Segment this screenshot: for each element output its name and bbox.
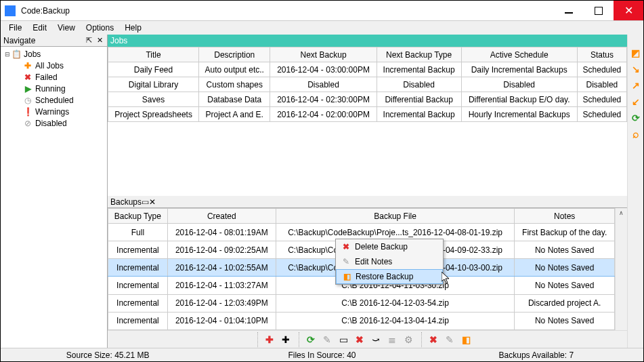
- backups-col-header[interactable]: Backup Type: [108, 209, 168, 224]
- add-multi-button[interactable]: ✚: [280, 334, 292, 346]
- minimize-button[interactable]: [554, 1, 584, 20]
- cell: No Notes Saved: [515, 241, 615, 259]
- backups-col-header[interactable]: Notes: [515, 209, 615, 224]
- titlebar: Code:Backup ✕: [1, 1, 643, 21]
- tree-root-jobs[interactable]: ⊟ 📋 Jobs: [2, 48, 106, 60]
- cell: Scheduled: [577, 107, 626, 122]
- tool-fit-icon[interactable]: ↙: [630, 96, 642, 108]
- cell: Incremental: [108, 241, 168, 259]
- menu-view[interactable]: View: [52, 22, 81, 34]
- tool-expand-icon[interactable]: ◩: [630, 47, 642, 59]
- list-button[interactable]: ≣: [386, 334, 398, 346]
- close-button[interactable]: ✕: [614, 1, 643, 20]
- cell: Auto output etc..: [199, 62, 270, 77]
- cell: Scheduled: [577, 62, 626, 77]
- context-item-label: Delete Backup: [352, 242, 408, 252]
- delete-button[interactable]: ✖: [353, 334, 366, 346]
- tree-item-disabled[interactable]: ⊘Disabled: [2, 117, 106, 129]
- pane-close-icon[interactable]: ✕: [95, 36, 104, 45]
- cell: No Notes Saved: [515, 259, 615, 277]
- cell: Incremental: [108, 259, 168, 277]
- jobs-col-header[interactable]: Description: [199, 47, 270, 62]
- tree-item-failed[interactable]: ✖Failed: [2, 71, 106, 83]
- table-row[interactable]: Project SpreadsheetsProject A and E.2016…: [108, 107, 627, 122]
- navigate-pane: Navigate ⇱ ✕ ⊟ 📋 Jobs ✚All Jobs✖Failed▶R…: [1, 35, 108, 348]
- menu-options[interactable]: Options: [81, 22, 119, 34]
- cell: 2016-12-04 - 10:02:55AM: [167, 259, 276, 277]
- context-item-delete-backup[interactable]: ✖Delete Backup: [336, 239, 443, 254]
- jobs-pane: Jobs TitleDescriptionNext BackupNext Bac…: [108, 35, 627, 196]
- tree-item-running[interactable]: ▶Running: [2, 83, 106, 94]
- edit-button[interactable]: ✎: [321, 334, 333, 346]
- cell: Incremental: [108, 277, 168, 294]
- add-job-button[interactable]: ✚: [263, 334, 276, 346]
- tree-item-scheduled[interactable]: ◷Scheduled: [2, 94, 106, 106]
- cell: Incremental Backup: [377, 62, 461, 77]
- jobs-col-header[interactable]: Status: [577, 47, 626, 62]
- scrollbar[interactable]: [615, 208, 627, 330]
- backups-pane: Backups ▭ ✕ Backup TypeCreatedBackup Fil…: [108, 196, 627, 348]
- refresh-button[interactable]: ⟳: [305, 334, 317, 346]
- menu-edit[interactable]: Edit: [27, 22, 52, 34]
- cell: Daily Incremental Backups: [461, 62, 577, 77]
- navigate-tree: ⊟ 📋 Jobs ✚All Jobs✖Failed▶Running◷Schedu…: [1, 47, 107, 348]
- cell: Full: [108, 224, 168, 241]
- cell: 2016-12-04 - 12:03:49PM: [167, 294, 276, 312]
- backups-col-header[interactable]: Backup File: [276, 209, 514, 224]
- tool-out-icon[interactable]: ↗: [630, 79, 642, 92]
- tool-sync-icon[interactable]: ⟳: [630, 112, 642, 124]
- table-row[interactable]: Incremental2016-12-04 - 12:03:49PMC:\B 2…: [108, 294, 615, 312]
- backups-col-header[interactable]: Created: [167, 209, 276, 224]
- rename-button[interactable]: ▭: [337, 334, 349, 346]
- cell: Hourly Incremental Backups: [461, 107, 577, 122]
- menubar: File Edit View Options Help: [1, 21, 643, 35]
- cell: Disabled: [377, 77, 461, 92]
- cell: Saves: [108, 92, 199, 107]
- pin-icon[interactable]: ⇱: [84, 36, 93, 45]
- context-item-edit-notes[interactable]: ✎Edit Notes: [336, 254, 443, 269]
- right-toolstrip: ◩ ↘ ↗ ↙ ⟳ ⌕: [627, 35, 643, 348]
- maximize-button[interactable]: [584, 1, 614, 20]
- table-row[interactable]: Incremental2016-12-04 - 01:04:10PMC:\B 2…: [108, 312, 615, 329]
- backups-title: Backups: [110, 197, 142, 207]
- cell: Disabled: [461, 77, 577, 92]
- tree-item-all-jobs[interactable]: ✚All Jobs: [2, 60, 106, 71]
- cell: Scheduled: [577, 92, 626, 107]
- jobs-title: Jobs: [110, 36, 624, 45]
- run-button[interactable]: ⤻: [370, 334, 382, 346]
- cell: 2016-12-04 - 11:03:27AM: [167, 277, 276, 294]
- restore-button[interactable]: ◧: [460, 334, 472, 346]
- cell: C:\B 2016-12-04-13-04-14.zip: [276, 312, 514, 329]
- settings-button[interactable]: ⚙: [402, 334, 414, 346]
- context-menu: ✖Delete Backup✎Edit Notes◧Restore Backup: [335, 239, 444, 285]
- context-item-icon: ◧: [341, 272, 353, 281]
- statusbar: Source Size: 45.21 MB Files In Source: 4…: [1, 348, 643, 361]
- cell: Project A and E.: [199, 107, 270, 122]
- tree-item-icon: ⊘: [22, 118, 33, 129]
- close-pane-icon[interactable]: ✕: [149, 197, 156, 207]
- tool-in-icon[interactable]: ↘: [630, 63, 642, 75]
- tool-search-icon[interactable]: ⌕: [630, 128, 642, 140]
- delete-backup-button[interactable]: ✖: [427, 334, 439, 346]
- tree-item-warnings[interactable]: ❗Warnings: [2, 106, 106, 117]
- tree-item-label: Warnings: [35, 107, 69, 117]
- tree-item-label: Disabled: [35, 119, 67, 128]
- maximize-pane-icon[interactable]: ▭: [142, 197, 149, 207]
- table-row[interactable]: Daily FeedAuto output etc..2016-12-04 - …: [108, 62, 627, 77]
- table-row[interactable]: Digital LibraryCustom shapesDisabledDisa…: [108, 77, 627, 92]
- context-item-restore-backup[interactable]: ◧Restore Backup: [336, 269, 443, 284]
- cell: Database Data: [199, 92, 270, 107]
- tree-item-label: All Jobs: [35, 61, 64, 71]
- context-item-label: Edit Notes: [352, 257, 392, 266]
- tree-item-icon: ▶: [22, 83, 33, 94]
- jobs-col-header[interactable]: Title: [108, 47, 199, 62]
- menu-help[interactable]: Help: [119, 22, 147, 34]
- cell: Differential Backup: [377, 92, 461, 107]
- jobs-col-header[interactable]: Next Backup: [270, 47, 377, 62]
- menu-file[interactable]: File: [3, 22, 27, 34]
- jobs-col-header[interactable]: Active Schedule: [461, 47, 577, 62]
- table-row[interactable]: SavesDatabase Data2016-12-04 - 02:30:00P…: [108, 92, 627, 107]
- expander-icon[interactable]: ⊟: [3, 51, 11, 58]
- jobs-col-header[interactable]: Next Backup Type: [377, 47, 461, 62]
- edit-notes-button[interactable]: ✎: [444, 334, 456, 346]
